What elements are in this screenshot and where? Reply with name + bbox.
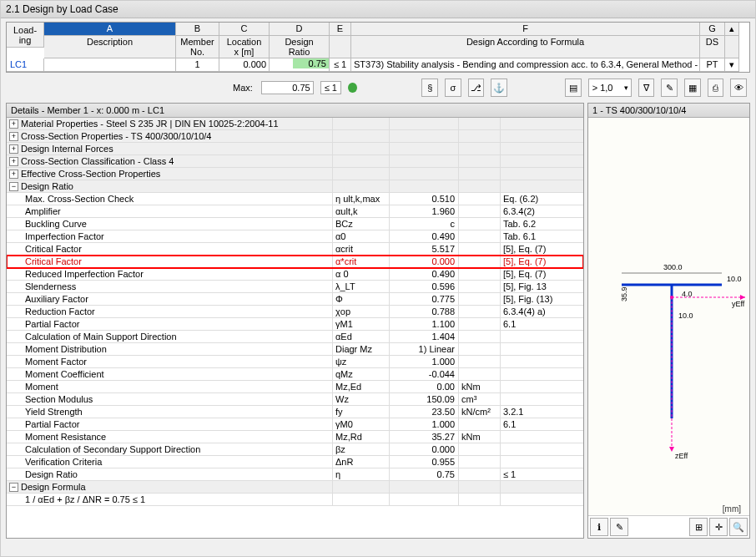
group-label: Cross-Section Classification - Class 4 (21, 156, 174, 166)
expand-icon[interactable]: + (9, 132, 18, 141)
tool-anchor-button[interactable]: ⚓ (491, 78, 507, 97)
cell-ds[interactable]: PT (700, 58, 725, 72)
tool-stress-button[interactable]: σ (445, 78, 461, 97)
row-label: Moment Coefficient (7, 368, 332, 380)
details-row[interactable]: Design Ratioη0.75≤ 1 (7, 468, 583, 481)
details-row[interactable]: Calculation of Secondary Support Directi… (7, 443, 583, 456)
col-sub-desc: Description (44, 36, 176, 58)
row-unit (458, 193, 500, 205)
details-row[interactable]: Critical Factorαcrit5.517[5], Eq. (7) (7, 243, 583, 256)
details-row[interactable]: Calculation of Main Support DirectionαEd… (7, 331, 583, 343)
expand-icon[interactable]: + (9, 144, 18, 154)
details-row[interactable]: Partial FactorγM01.0006.1 (7, 418, 583, 431)
row-value: 0.775 (389, 293, 458, 305)
tool-excel-button[interactable]: ▦ (684, 78, 701, 97)
row-symbol: α0 (332, 230, 389, 242)
details-group[interactable]: +Material Properties - Steel S 235 JR | … (7, 118, 583, 130)
row-symbol: αult,k (332, 205, 389, 217)
col-header-B[interactable]: B (176, 23, 219, 36)
expand-icon[interactable]: + (9, 170, 18, 179)
col-header-F[interactable]: F (351, 23, 700, 36)
details-row[interactable]: Auxiliary FactorΦ0.775[5], Fig. (13) (7, 293, 583, 306)
details-group[interactable]: −Design Ratio (7, 180, 583, 193)
col-header-E[interactable]: E (330, 23, 351, 36)
tool-color-button[interactable]: ✎ (661, 78, 678, 97)
grid-data-row[interactable]: LC1 1 0.000 0.75 ≤ 1 ST373) Stability an… (7, 58, 749, 72)
details-row[interactable]: Yield Strengthfy23.50kN/cm²3.2.1 (7, 406, 583, 418)
details-row[interactable]: Section ModulusWz150.09cm³ (7, 393, 583, 406)
row-unit (458, 368, 500, 380)
tool-funnel-button[interactable]: ∇ (638, 78, 655, 97)
details-grid[interactable]: +Material Properties - Steel S 235 JR | … (7, 118, 583, 538)
group-label: Material Properties - Steel S 235 JR | D… (21, 119, 279, 129)
tool-eye-button[interactable]: 👁 (730, 78, 747, 97)
details-row[interactable]: Verification CriteriaΔnR0.955 (7, 456, 583, 468)
tool-filter-button[interactable]: ▤ (565, 78, 582, 97)
row-unit (458, 205, 500, 217)
row-equation: [5], Eq. (7) (500, 256, 583, 267)
details-row[interactable]: Critical Factorα*crit0.000[5], Eq. (7) (7, 256, 583, 268)
svg-text:35.9: 35.9 (620, 286, 628, 301)
zoom-button[interactable]: 🔍 (729, 518, 748, 536)
row-symbol: Wz (332, 393, 389, 405)
row-equation (500, 368, 583, 380)
details-row[interactable]: Partial FactorγM11.1006.1 (7, 318, 583, 331)
details-group[interactable]: −Design Formula (7, 481, 583, 494)
expand-icon[interactable]: + (9, 119, 18, 129)
details-row[interactable]: 1 / αEd + βz / ΔNR = 0.75 ≤ 1 (7, 494, 583, 506)
cell-lc[interactable]: LC1 (7, 58, 44, 72)
collapse-icon[interactable]: − (9, 483, 18, 492)
svg-text:zEff: zEff (675, 452, 688, 460)
crosshair-button[interactable]: ✛ (709, 518, 728, 536)
details-row[interactable]: Reduction Factorχop0.7886.3.4(4) a) (7, 306, 583, 318)
collapse-icon[interactable]: − (9, 182, 18, 191)
details-group[interactable]: +Cross-Section Classification - Class 4 (7, 155, 583, 168)
scroll-track[interactable] (725, 36, 739, 58)
tool-graph-button[interactable]: ⎇ (468, 78, 485, 97)
details-row[interactable]: Reduced Imperfection Factorα 00.490[5], … (7, 268, 583, 281)
info-button[interactable]: ℹ (590, 518, 608, 536)
row-unit: kNm (458, 381, 500, 392)
details-group[interactable]: +Cross-Section Properties - TS 400/300/1… (7, 130, 583, 143)
col-sub-ratio: Design Ratio (270, 36, 330, 58)
details-row[interactable]: Max. Cross-Section Checkη ult,k,max0.510… (7, 193, 583, 205)
cell-memno[interactable]: 1 (176, 58, 219, 72)
row-unit (458, 343, 500, 355)
details-row[interactable]: Moment DistributionDiagr Mz1) Linear (7, 343, 583, 356)
details-row[interactable]: Amplifierαult,k1.9606.3.4(2) (7, 205, 583, 218)
row-unit (458, 418, 500, 430)
cell-formula[interactable]: ST373) Stability analysis - Bending and … (351, 58, 700, 72)
col-header-G[interactable]: G (700, 23, 725, 36)
scroll-up-icon[interactable]: ▴ (725, 23, 739, 36)
cell-loc[interactable]: 0.000 (219, 58, 270, 72)
details-row[interactable]: Moment CoefficientqMz-0.044 (7, 368, 583, 381)
tool-print-button[interactable]: ⎙ (708, 78, 724, 97)
svg-text:10.0: 10.0 (678, 311, 693, 320)
details-group[interactable]: +Design Internal Forces (7, 143, 583, 155)
cell-ratio[interactable]: 0.75 (270, 58, 330, 72)
row-label: Imperfection Factor (7, 230, 332, 242)
row-symbol: Mz,Ed (332, 381, 389, 392)
ortho-button[interactable]: ⊞ (689, 518, 708, 536)
col-header-A[interactable]: A (44, 23, 176, 36)
col-header-C[interactable]: C (219, 23, 270, 36)
paint-button[interactable]: ✎ (610, 518, 628, 536)
details-row[interactable]: Imperfection Factorα00.490Tab. 6.1 (7, 230, 583, 243)
scroll-down-icon[interactable]: ▾ (725, 58, 739, 72)
cross-section-pane: 1 - TS 400/300/10/10/4 300.0 10.0 10.0 4… (587, 103, 750, 539)
col-header-D[interactable]: D (270, 23, 330, 36)
max-label: Max: (233, 83, 253, 93)
details-group[interactable]: +Effective Cross-Section Properties (7, 168, 583, 180)
section-canvas[interactable]: 300.0 10.0 10.0 4.0 400.0 35.9 yEff zEff… (588, 118, 749, 515)
row-label: Auxiliary Factor (7, 293, 332, 305)
details-row[interactable]: Buckling CurveBCzcTab. 6.2 (7, 218, 583, 230)
ratio-filter-combo[interactable]: > 1,0 (588, 78, 632, 97)
row-symbol: α 0 (332, 268, 389, 280)
tool-section-button[interactable]: § (421, 78, 438, 97)
details-row[interactable]: Moment ResistanceMz,Rd35.27kNm (7, 431, 583, 443)
cell-desc[interactable] (44, 58, 176, 72)
details-row[interactable]: Moment Factorψz1.000 (7, 356, 583, 368)
expand-icon[interactable]: + (9, 157, 18, 166)
details-row[interactable]: Slendernessλ_LT0.596[5], Fig. 13 (7, 281, 583, 293)
details-row[interactable]: MomentMz,Ed0.00kNm (7, 381, 583, 393)
